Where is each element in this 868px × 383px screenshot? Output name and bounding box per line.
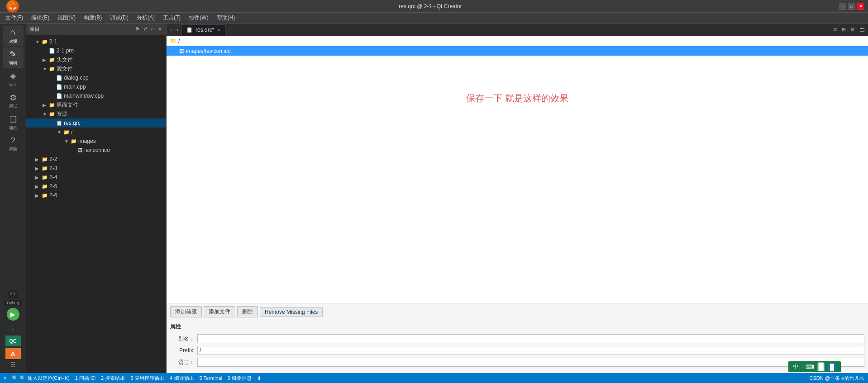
tree-item-2-4[interactable]: ▶ 📁 2-4 [26, 173, 166, 182]
toolbar-buttons: 添加前缀 添加文件 删除 Remove Missing Files [170, 306, 864, 317]
status-terminal[interactable]: 5 Terminal [200, 375, 223, 381]
title-bar: 🦊 res.qrc @ 2-1 - Qt Creator ─ □ ✕ [0, 0, 868, 13]
menu-tools[interactable]: 工具(T) [159, 13, 184, 23]
close-button[interactable]: ✕ [857, 3, 864, 10]
status-compile-output[interactable]: 4 编译输出 [170, 375, 194, 382]
language-label: 语言： [170, 359, 197, 366]
tree-item-headers[interactable]: ▶ 📁 头文件 [26, 55, 166, 64]
project-tree: ▼ 📁 2-1 📄 2-1.pro ▶ 📁 头文件 [26, 35, 166, 373]
status-expand[interactable]: ⬆ [257, 375, 261, 381]
tab-action-split[interactable]: ⊞ [840, 26, 848, 33]
resource-list-item-favicon[interactable]: 🖼 images/favicon.ico [167, 46, 868, 56]
property-row-prefix: Prefix: [170, 345, 864, 356]
collapse-btn[interactable]: □ [150, 26, 156, 33]
minimize-button[interactable]: ─ [839, 3, 846, 10]
sidebar-icon-project[interactable]: ❏ 项目 [3, 112, 24, 133]
im-keyboard-icon: ⌨ [806, 364, 814, 370]
grid-icon[interactable]: ⠿ [10, 361, 16, 369]
filter-btn[interactable]: ⚑ [134, 26, 141, 33]
left-sidebar: ⌂ 欢迎 ✎ 编辑 ◈ 设计 ⚙ 调试 ❏ 项目 ? 帮助 2-1 [0, 24, 26, 373]
sidebar-label-design: 设计 [9, 82, 17, 88]
delete-button[interactable]: 删除 [237, 306, 258, 317]
menu-help[interactable]: 帮助(H) [213, 13, 239, 23]
im-blue-block: █ [828, 364, 836, 370]
tree-item-res-qrc[interactable]: 📋 res.qrc [26, 118, 166, 128]
qc-icon[interactable]: QC [5, 336, 21, 346]
menu-edit[interactable]: 编辑(E) [28, 13, 53, 23]
menu-view[interactable]: 视图(V) [54, 13, 79, 23]
status-bar: ≡ 🔍 🔍 输入以定位(Ctrl+K) 1 问题 ② 2 搜索结果 3 应用程序… [0, 373, 868, 383]
tree-item-ui-files[interactable]: ▶ 📁 界面文件 [26, 100, 166, 109]
remove-missing-files-button[interactable]: Remove Missing Files [260, 307, 323, 317]
tab-close-btn[interactable]: ✕ [217, 28, 220, 33]
tree-item-dialog-cpp[interactable]: 📄 dialog.cpp [26, 73, 166, 82]
maximize-button[interactable]: □ [848, 3, 855, 10]
tab-res-qrc[interactable]: 📋 res.qrc* ✕ [181, 24, 225, 36]
sidebar-icon-design[interactable]: ◈ 设计 [3, 69, 24, 90]
editor-area: 📁 / 🖼 images/favicon.ico 保存一下 就是这样的效果 添加… [167, 36, 868, 373]
sidebar-label-debug: 调试 [9, 104, 17, 109]
alias-input[interactable] [197, 334, 864, 343]
tab-configure[interactable]: ⚙ [849, 26, 857, 33]
menu-analyze[interactable]: 分析(A) [133, 13, 158, 23]
tree-item-mainwindow-cpp[interactable]: 📄 mainwindow.cpp [26, 91, 166, 100]
tab-res-qrc-icon: 📋 [186, 27, 193, 33]
sync-btn[interactable]: ⇄ [142, 26, 149, 33]
tree-item-main-cpp[interactable]: 📄 main.cpp [26, 82, 166, 91]
tree-item-images-folder[interactable]: ▼ 📁 images [26, 137, 166, 146]
sidebar-icon-welcome[interactable]: ⌂ 欢迎 [3, 25, 24, 46]
menu-build[interactable]: 构建(B) [80, 13, 105, 23]
window-controls: ─ □ ✕ [839, 3, 864, 10]
property-row-alias: 别名： [170, 333, 864, 344]
status-problems[interactable]: 1 问题 ② [75, 375, 95, 382]
sidebar-label-help: 帮助 [9, 147, 17, 152]
property-row-language: 语言： [170, 357, 864, 368]
tree-item-2-2[interactable]: ▶ 📁 2-2 [26, 155, 166, 164]
tree-item-resources[interactable]: ▼ 📁 资源 [26, 109, 166, 118]
status-csdn: CSDN @一条 ⌾的狗儿么 [810, 375, 864, 382]
tree-item-prefix-slash[interactable]: ▼ 📁 / [26, 128, 166, 137]
sidebar-icon-help[interactable]: ? 帮助 [3, 134, 24, 155]
properties-section: 属性 别名： Prefix: 语言： [170, 321, 864, 370]
sidebar-icon-debug[interactable]: ⚙ 调试 [3, 90, 24, 111]
sidebar-icon-edit[interactable]: ✎ 编辑 [3, 47, 24, 68]
tree-item-favicon-ico[interactable]: 🖼 favicon.ico [26, 146, 166, 155]
tab-actions: ⧉ ⊞ ⚙ 🗔 [832, 26, 866, 33]
status-search-results[interactable]: 2 搜索结果 [101, 375, 125, 382]
status-summary[interactable]: 9 概要信息 [228, 375, 252, 382]
menu-controls[interactable]: 控件(W) [185, 13, 212, 23]
menu-file[interactable]: 文件(F) [2, 13, 27, 23]
input-method-bar[interactable]: 中 · ⌨ █ █ [788, 361, 841, 372]
tab-res-qrc-label: res.qrc* [196, 27, 214, 33]
alias-label: 别名： [170, 335, 197, 343]
status-search[interactable]: 🔍 🔍 输入以定位(Ctrl+K) [12, 375, 69, 382]
run-button[interactable]: ▶ [7, 308, 19, 321]
editor-annotation: 保存一下 就是这样的效果 [167, 56, 868, 141]
close-panel-btn[interactable]: ✕ [157, 26, 163, 33]
project-panel-actions: ⚑ ⇄ □ ✕ [134, 26, 163, 33]
step-button[interactable]: ↓ [11, 322, 15, 332]
resource-list: 📁 / 🖼 images/favicon.ico 保存一下 就是这样的效果 [167, 36, 868, 303]
tree-item-2-5[interactable]: ▶ 📁 2-5 [26, 182, 166, 191]
sidebar-label-edit: 编辑 [9, 60, 17, 66]
tab-action-float[interactable]: ⧉ [832, 26, 839, 33]
language-input[interactable] [197, 358, 864, 367]
tree-item-sources[interactable]: ▼ 📁 源文件 [26, 64, 166, 73]
tree-item-2-1[interactable]: ▼ 📁 2-1 [26, 37, 166, 46]
add-file-button[interactable]: 添加文件 [204, 306, 235, 317]
tab-back-btn[interactable]: ‹ [168, 26, 174, 34]
tree-item-2-6[interactable]: ▶ 📁 2-6 [26, 191, 166, 200]
tab-forward-btn[interactable]: › [175, 26, 180, 34]
add-prefix-button[interactable]: 添加前缀 [170, 306, 202, 317]
status-app-output[interactable]: 3 应用程序输出 [130, 375, 164, 382]
tree-item-2-1-pro[interactable]: 📄 2-1.pro [26, 46, 166, 55]
tree-item-2-3[interactable]: ▶ 📁 2-3 [26, 164, 166, 173]
prefix-input[interactable] [197, 346, 864, 355]
a-icon[interactable]: A [5, 348, 21, 359]
sidebar-label-project: 项目 [9, 125, 17, 131]
resource-list-item-root[interactable]: 📁 / [167, 36, 868, 46]
properties-title: 属性 [170, 321, 864, 333]
menu-debug[interactable]: 调试(D) [106, 13, 132, 23]
status-sidebar-toggle[interactable]: ≡ [4, 375, 6, 381]
tab-action-more[interactable]: 🗔 [858, 26, 866, 33]
